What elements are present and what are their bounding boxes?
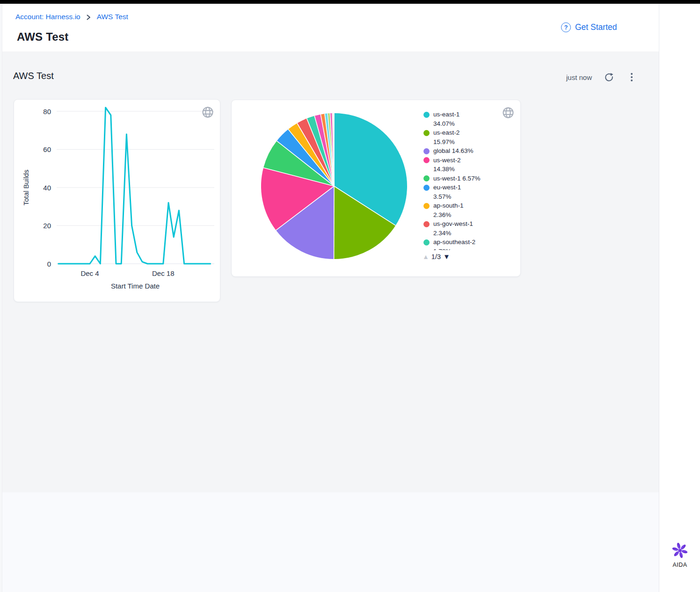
refresh-icon [604, 72, 614, 82]
legend-label: ap-southeast-2 1.78% [433, 238, 481, 250]
aida-widget[interactable]: AIDA [659, 542, 700, 568]
legend-item[interactable]: us-west-1 6.57% [423, 174, 481, 183]
legend-label: us-gov-west-1 2.34% [433, 219, 481, 238]
x-axis-title: Start Time Date [111, 282, 160, 290]
legend-swatch [423, 221, 430, 227]
y-tick-label: 40 [43, 184, 51, 192]
question-icon [561, 22, 571, 32]
legend-pagination: 1/3 [423, 253, 450, 260]
legend-item[interactable]: eu-west-1 3.57% [423, 183, 481, 201]
globe-icon[interactable] [201, 106, 214, 119]
legend-swatch [423, 185, 430, 191]
aida-label: AIDA [673, 562, 687, 568]
breadcrumb-account-link[interactable]: Account: Harness.io [15, 13, 80, 21]
legend-swatch [423, 130, 430, 136]
refresh-button[interactable] [603, 72, 615, 83]
total-builds-card: 020406080Dec 4Dec 18Total BuildsStart Ti… [14, 99, 220, 302]
legend-item[interactable]: ap-southeast-2 1.78% [423, 238, 481, 250]
legend-swatch [423, 148, 430, 154]
legend-swatch [423, 157, 430, 163]
pagination-up-icon[interactable] [423, 253, 429, 260]
bottom-area [2, 492, 659, 592]
dashboard-controls: just now [566, 71, 637, 83]
total-builds-line-chart: 020406080Dec 4Dec 18Total BuildsStart Ti… [14, 100, 220, 302]
legend-label: eu-west-1 3.57% [433, 183, 481, 201]
y-tick-label: 60 [43, 145, 51, 153]
breadcrumb-current-link[interactable]: AWS Test [97, 13, 128, 21]
legend-label: us-west-2 14.38% [433, 156, 481, 174]
legend-label: us-east-1 34.07% [433, 110, 481, 128]
dashboard-title: AWS Test [13, 71, 54, 81]
page-title: AWS Test [17, 30, 69, 43]
x-tick-label: Dec 4 [80, 269, 99, 277]
legend-item[interactable]: us-west-2 14.38% [423, 156, 481, 174]
y-tick-label: 20 [43, 222, 51, 230]
get-started-label: Get Started [575, 22, 617, 32]
pagination-down-icon[interactable] [443, 253, 450, 260]
legend-item[interactable]: us-east-2 15.97% [423, 128, 481, 146]
legend-label: us-east-2 15.97% [433, 128, 481, 146]
legend-swatch [423, 175, 430, 181]
more-options-button[interactable] [626, 71, 637, 83]
globe-icon[interactable] [502, 106, 515, 119]
legend-item[interactable]: ap-south-1 2.36% [423, 201, 481, 219]
legend-item[interactable]: global 14.63% [423, 146, 481, 156]
legend-swatch [423, 239, 430, 245]
legend-swatch [423, 203, 430, 209]
pagination-page-label: 1/3 [431, 253, 441, 260]
legend-label: ap-south-1 2.36% [433, 201, 481, 219]
legend-item[interactable]: us-east-1 34.07% [423, 110, 481, 128]
builds-series-line [58, 108, 211, 264]
y-tick-label: 80 [43, 108, 51, 116]
legend-swatch [423, 112, 430, 118]
y-axis-title: Total Builds [22, 170, 30, 206]
breadcrumb: Account: Harness.io AWS Test [15, 13, 128, 21]
chevron-right-icon [86, 14, 91, 20]
top-black-bar [0, 0, 700, 4]
legend-label: global 14.63% [433, 146, 474, 156]
x-tick-label: Dec 18 [152, 269, 175, 277]
right-rail: AIDA [659, 4, 700, 592]
pie-legend: us-east-1 34.07%us-east-2 15.97%global 1… [423, 110, 481, 250]
page-header: Account: Harness.io AWS Test AWS Test Ge… [2, 4, 700, 51]
regions-pie-card: us-east-1 34.07%us-east-2 15.97%global 1… [231, 100, 521, 277]
y-tick-label: 0 [47, 260, 51, 268]
legend-item[interactable]: us-gov-west-1 2.34% [423, 219, 481, 238]
legend-label: us-west-1 6.57% [433, 174, 481, 183]
aida-icon [672, 542, 688, 558]
get-started-link[interactable]: Get Started [561, 22, 617, 32]
refresh-timestamp: just now [566, 73, 592, 81]
dashboard-area: AWS Test just now 020406080Dec 4Dec 18To… [2, 51, 659, 492]
kebab-icon [627, 72, 636, 82]
